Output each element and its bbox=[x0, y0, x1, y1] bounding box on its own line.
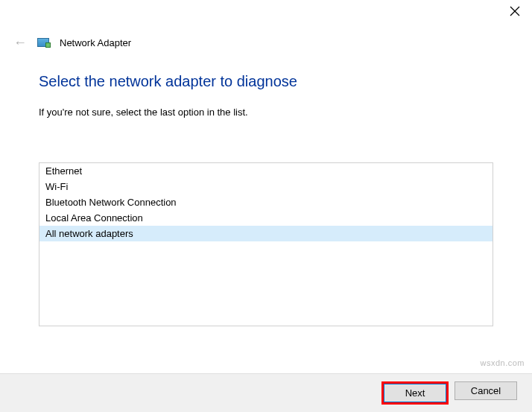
window-title: Network Adapter bbox=[60, 37, 131, 48]
page-heading: Select the network adapter to diagnose bbox=[39, 73, 493, 90]
next-button[interactable]: Next bbox=[384, 384, 446, 402]
page-subtext: If you're not sure, select the last opti… bbox=[39, 107, 493, 118]
back-arrow-icon: ← bbox=[13, 36, 27, 49]
list-item[interactable]: Wi-Fi bbox=[39, 179, 493, 194]
cancel-button[interactable]: Cancel bbox=[455, 381, 517, 400]
close-icon[interactable] bbox=[510, 6, 520, 16]
adapter-listbox[interactable]: EthernetWi-FiBluetooth Network Connectio… bbox=[39, 162, 493, 326]
list-item[interactable]: Bluetooth Network Connection bbox=[39, 194, 493, 210]
list-item[interactable]: All network adapters bbox=[39, 226, 493, 241]
titlebar bbox=[0, 0, 532, 30]
footer: Next Cancel bbox=[0, 373, 532, 412]
watermark: wsxdn.com bbox=[480, 358, 525, 367]
content: Select the network adapter to diagnose I… bbox=[0, 49, 532, 326]
list-item[interactable]: Ethernet bbox=[39, 163, 493, 179]
header: ← Network Adapter bbox=[0, 30, 532, 49]
next-button-highlight: Next bbox=[381, 381, 449, 405]
list-item[interactable]: Local Area Connection bbox=[39, 210, 493, 226]
network-adapter-icon bbox=[37, 38, 49, 47]
